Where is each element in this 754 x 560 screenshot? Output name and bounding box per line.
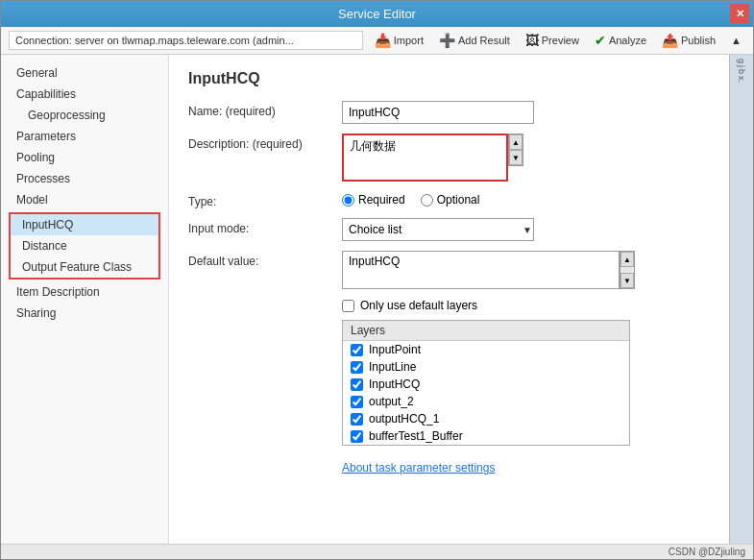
description-label: Description: (required) <box>188 134 342 151</box>
description-row: Description: (required) 几何数据 ▲ ▼ <box>188 134 710 182</box>
layer-item-output2: output_2 <box>343 393 629 410</box>
sidebar-item-pooling[interactable]: Pooling <box>1 147 168 168</box>
sidebar-item-model[interactable]: Model <box>1 189 168 210</box>
service-editor-window: Service Editor ✕ Connection: server on t… <box>0 0 754 560</box>
default-scroll-up-btn[interactable]: ▲ <box>620 252 634 267</box>
scroll-down-btn[interactable]: ▼ <box>509 150 523 165</box>
layer-outputhcq1-checkbox[interactable] <box>351 413 363 426</box>
input-mode-row: Input mode: Choice list ▼ <box>188 218 710 241</box>
sidebar: General Capabilities Geoprocessing Param… <box>1 55 169 544</box>
sidebar-item-general[interactable]: General <box>1 62 168 84</box>
input-mode-select[interactable]: Choice list <box>342 218 534 241</box>
default-value-row: Default value: InputHCQ ▲ ▼ <box>188 251 710 289</box>
collapse-button[interactable]: ▲ <box>727 33 745 48</box>
right-side-panel: g j b x. <box>729 55 753 544</box>
type-optional-radio[interactable]: Optional <box>421 193 480 207</box>
section-title: InputHCQ <box>188 70 710 87</box>
window-title: Service Editor <box>338 7 416 21</box>
name-row: Name: (required) <box>188 101 710 124</box>
title-bar: Service Editor ✕ <box>1 1 753 27</box>
type-row: Type: Required Optional <box>188 191 710 208</box>
input-mode-select-wrapper: Choice list ▼ <box>342 218 534 241</box>
type-label: Type: <box>188 191 342 208</box>
sidebar-item-inputhcq[interactable]: InputHCQ <box>11 214 158 235</box>
only-default-layers-checkbox[interactable] <box>342 300 354 312</box>
model-section: InputHCQ Distance Output Feature Class <box>9 212 160 280</box>
sidebar-item-output-feature-class[interactable]: Output Feature Class <box>11 256 158 278</box>
only-default-layers-row: Only use default layers <box>342 299 710 312</box>
description-scrollbar: ▲ ▼ <box>508 134 523 166</box>
layers-header: Layers <box>343 321 629 341</box>
sidebar-item-item-description[interactable]: Item Description <box>1 281 168 303</box>
layer-inputline-checkbox[interactable] <box>351 361 363 374</box>
layer-item-inputline: InputLine <box>343 358 629 376</box>
side-text-2: j <box>737 65 746 67</box>
default-value-label: Default value: <box>188 251 342 268</box>
about-link-row: About task parameter settings <box>342 461 710 475</box>
sidebar-item-geoprocessing[interactable]: Geoprocessing <box>1 105 168 126</box>
main-form: InputHCQ Name: (required) Description: (… <box>169 55 729 544</box>
layer-buffertest1-label: bufferTest1_Buffer <box>369 429 463 443</box>
only-default-layers-label[interactable]: Only use default layers <box>360 299 477 312</box>
layers-box: Layers InputPoint InputLine InputHCQ out… <box>342 320 630 446</box>
layer-outputhcq1-label: outputHCQ_1 <box>369 412 439 426</box>
import-button[interactable]: 📥 Import <box>371 31 427 50</box>
close-button[interactable]: ✕ <box>730 4 749 23</box>
layer-item-outputhcq1: outputHCQ_1 <box>343 410 629 427</box>
sidebar-item-parameters[interactable]: Parameters <box>1 126 168 147</box>
sidebar-item-capabilities[interactable]: Capabilities <box>1 84 168 105</box>
preview-button[interactable]: 🖼 Preview <box>522 31 583 50</box>
sidebar-item-distance[interactable]: Distance <box>11 235 158 256</box>
layer-output2-checkbox[interactable] <box>351 396 363 408</box>
layer-inputhcq-checkbox[interactable] <box>351 378 363 391</box>
publish-icon: 📤 <box>662 33 678 48</box>
layer-buffertest1-checkbox[interactable] <box>351 430 363 443</box>
side-text-3: b <box>737 69 746 74</box>
add-result-button[interactable]: ➕ Add Result <box>435 31 514 50</box>
bottom-bar: CSDN @DZjiuling <box>1 544 753 559</box>
layer-output2-label: output_2 <box>369 395 414 408</box>
description-input[interactable]: 几何数据 <box>342 134 508 182</box>
scroll-up-btn[interactable]: ▲ <box>509 134 523 150</box>
publish-button[interactable]: 📤 Publish <box>658 31 719 50</box>
side-text-1: g <box>737 59 746 63</box>
layer-item-inputpoint: InputPoint <box>343 341 629 358</box>
description-textarea-container: 几何数据 ▲ ▼ <box>342 134 523 182</box>
default-scroll-down-btn[interactable]: ▼ <box>620 273 634 288</box>
layer-inputhcq-label: InputHCQ <box>369 377 420 391</box>
import-icon: 📥 <box>375 33 391 48</box>
default-value-text: InputHCQ <box>342 251 620 289</box>
side-text-4: x. <box>737 76 746 83</box>
type-radio-group: Required Optional <box>342 191 479 207</box>
about-link[interactable]: About task parameter settings <box>342 461 495 475</box>
sidebar-item-sharing[interactable]: Sharing <box>1 303 168 324</box>
layer-item-inputhcq: InputHCQ <box>343 376 629 393</box>
sidebar-item-processes[interactable]: Processes <box>1 168 168 189</box>
default-value-scrollbar: ▲ ▼ <box>620 251 635 289</box>
preview-icon: 🖼 <box>525 33 539 48</box>
input-mode-label: Input mode: <box>188 218 342 235</box>
content-area: General Capabilities Geoprocessing Param… <box>1 55 753 544</box>
watermark: CSDN @DZjiuling <box>669 547 745 557</box>
analyze-icon: ✔ <box>595 33 606 48</box>
layer-item-buffertest1: bufferTest1_Buffer <box>343 427 629 445</box>
add-result-icon: ➕ <box>439 33 455 48</box>
analyze-button[interactable]: ✔ Analyze <box>591 31 650 50</box>
name-input[interactable] <box>342 101 534 124</box>
layer-inputline-label: InputLine <box>369 360 416 374</box>
toolbar: Connection: server on tlwmap.maps.telewa… <box>1 27 753 55</box>
layer-inputpoint-checkbox[interactable] <box>351 344 363 356</box>
connection-bar: Connection: server on tlwmap.maps.telewa… <box>9 31 363 50</box>
type-required-radio[interactable]: Required <box>342 193 405 207</box>
name-label: Name: (required) <box>188 101 342 118</box>
layer-inputpoint-label: InputPoint <box>369 343 421 356</box>
default-value-wrapper: InputHCQ ▲ ▼ <box>342 251 635 289</box>
